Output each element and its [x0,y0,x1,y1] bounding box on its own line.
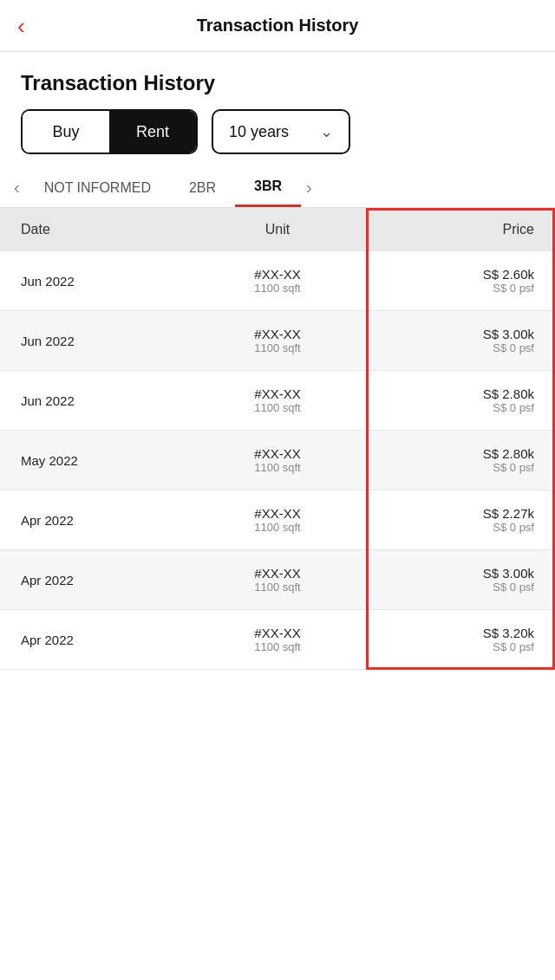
cell-price-sub: S$ 0 psf [363,461,534,474]
cell-date: Jun 2022 [21,393,192,408]
cell-price: S$ 2.60k S$ 0 psf [363,267,534,295]
cell-unit: #XX-XX 1100 sqft [192,327,362,354]
header-unit: Unit [192,222,362,237]
cell-price-sub: S$ 0 psf [363,521,534,534]
cell-price-sub: S$ 0 psf [363,341,534,354]
cell-price-sub: S$ 0 psf [363,401,534,414]
cell-unit-main: #XX-XX [192,506,362,521]
cell-unit: #XX-XX 1100 sqft [192,506,362,534]
table-wrapper: Date Unit Price Jun 2022 #XX-XX 1100 sqf… [0,208,555,670]
rent-button[interactable]: Rent [109,111,196,153]
cell-unit-sub: 1100 sqft [192,521,362,534]
cell-unit-sub: 1100 sqft [192,581,362,594]
cell-unit: #XX-XX 1100 sqft [192,626,362,653]
cell-price-sub: S$ 0 psf [363,581,534,594]
buy-button[interactable]: Buy [23,111,109,153]
cell-price-sub: S$ 0 psf [363,640,534,653]
table-row: Apr 2022 #XX-XX 1100 sqft S$ 2.27k S$ 0 … [0,490,555,550]
chevron-down-icon: ⌄ [320,122,333,141]
cell-unit-main: #XX-XX [192,327,362,341]
cell-price: S$ 2.80k S$ 0 psf [363,446,534,474]
cell-unit: #XX-XX 1100 sqft [192,566,362,594]
table-row: Apr 2022 #XX-XX 1100 sqft S$ 3.20k S$ 0 … [0,610,555,670]
cell-date: Jun 2022 [21,274,192,289]
cell-unit-main: #XX-XX [192,267,362,282]
cell-price-main: S$ 3.00k [363,327,534,341]
cell-date: Apr 2022 [21,573,192,587]
table-header: Date Unit Price [0,208,555,251]
table-row: Jun 2022 #XX-XX 1100 sqft S$ 2.80k S$ 0 … [0,371,555,431]
cell-unit-main: #XX-XX [192,626,362,640]
cell-unit-main: #XX-XX [192,386,362,401]
tabs-row: ‹ NOT INFORMED 2BR 3BR › [0,168,555,208]
cell-price-main: S$ 2.60k [363,267,534,282]
cell-price: S$ 3.00k S$ 0 psf [363,327,534,354]
cell-unit-main: #XX-XX [192,566,362,581]
cell-price: S$ 3.00k S$ 0 psf [363,566,534,594]
cell-unit-sub: 1100 sqft [192,282,362,295]
cell-price-main: S$ 2.80k [363,446,534,461]
table-row: May 2022 #XX-XX 1100 sqft S$ 2.80k S$ 0 … [0,431,555,490]
cell-unit: #XX-XX 1100 sqft [192,446,362,474]
header-price: Price [363,222,534,237]
header-date: Date [21,222,192,237]
table-row: Apr 2022 #XX-XX 1100 sqft S$ 3.00k S$ 0 … [0,550,555,610]
back-button[interactable]: ‹ [17,15,25,37]
tab-3br[interactable]: 3BR [235,168,301,207]
years-dropdown[interactable]: 10 years ⌄ [212,109,350,154]
years-dropdown-label: 10 years [229,123,289,141]
tab-left-arrow[interactable]: ‹ [9,178,25,198]
cell-price-main: S$ 2.80k [363,386,534,401]
table-row: Jun 2022 #XX-XX 1100 sqft S$ 2.60k S$ 0 … [0,251,555,311]
cell-price: S$ 3.20k S$ 0 psf [363,626,534,653]
table-row: Jun 2022 #XX-XX 1100 sqft S$ 3.00k S$ 0 … [0,311,555,371]
buy-rent-toggle[interactable]: Buy Rent [21,109,198,154]
cell-price-sub: S$ 0 psf [363,282,534,295]
header: ‹ Transaction History [0,0,555,52]
controls-row: Buy Rent 10 years ⌄ [0,109,555,168]
cell-price: S$ 2.27k S$ 0 psf [363,506,534,534]
cell-unit-sub: 1100 sqft [192,401,362,414]
tab-2br[interactable]: 2BR [170,170,235,206]
cell-date: Apr 2022 [21,513,192,528]
cell-price: S$ 2.80k S$ 0 psf [363,386,534,414]
cell-unit-sub: 1100 sqft [192,640,362,653]
cell-date: Jun 2022 [21,334,192,348]
tab-right-arrow[interactable]: › [301,178,317,198]
cell-unit-sub: 1100 sqft [192,461,362,474]
cell-unit: #XX-XX 1100 sqft [192,386,362,414]
cell-price-main: S$ 3.20k [363,626,534,640]
page-title: Transaction History [0,52,555,109]
cell-unit-main: #XX-XX [192,446,362,461]
cell-unit-sub: 1100 sqft [192,341,362,354]
cell-price-main: S$ 3.00k [363,566,534,581]
header-title: Transaction History [197,16,359,36]
cell-date: Apr 2022 [21,633,192,647]
transaction-table: Date Unit Price Jun 2022 #XX-XX 1100 sqf… [0,208,555,670]
cell-date: May 2022 [21,453,192,468]
tab-not-informed[interactable]: NOT INFORMED [25,170,170,206]
cell-price-main: S$ 2.27k [363,506,534,521]
cell-unit: #XX-XX 1100 sqft [192,267,362,295]
